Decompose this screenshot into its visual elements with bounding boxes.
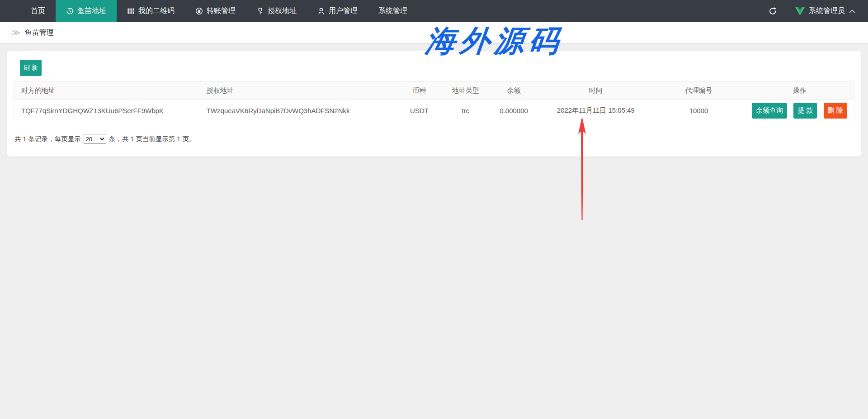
col-header-agent-no: 代理编号 [652,82,745,100]
nav-item-transfer-mgmt[interactable]: 转账管理 [185,0,246,22]
cell-agent-no: 10000 [652,100,745,122]
reload-icon[interactable] [769,7,777,15]
history-icon [66,7,74,15]
yen-circle-icon [195,7,203,15]
col-header-auth-address: 授权地址 [203,82,396,100]
nav-item-label: 转账管理 [207,6,236,16]
pagination: 共 1 条记录，每页显示 20 条，共 1 页当前显示第 1 页。 [14,134,854,144]
col-header-address-type: 地址类型 [443,82,489,100]
col-header-currency: 币种 [396,82,442,100]
cell-balance: 0.000000 [489,100,539,122]
nav-item-label: 授权地址 [268,6,297,16]
delete-button[interactable]: 删 除 [824,103,847,119]
nav-item-label: 我的二维码 [138,6,175,16]
chevron-up-icon [849,10,855,13]
nav-item-home[interactable]: 首页 [20,0,56,22]
nav-item-system-mgmt[interactable]: 系统管理 [368,0,418,22]
cell-actions: 余额查询 提 款 删 除 [745,100,854,122]
cell-time: 2022年11月11日 15:05:49 [539,100,652,122]
nav-item-my-qrcode[interactable]: 我的二维码 [117,0,185,22]
breadcrumb: ≫ 鱼苗管理 [0,22,868,43]
col-header-peer-address: 对方的地址 [14,82,203,100]
page-content: 刷 新 对方的地址 授权地址 币种 地址类型 余额 时间 代理编号 操作 [0,43,868,164]
content-card: 刷 新 对方的地址 授权地址 币种 地址类型 余额 时间 代理编号 操作 [7,51,861,157]
col-header-time: 时间 [539,82,652,100]
user-name: 系统管理员 [809,6,845,16]
pagination-suffix: 条，共 1 页当前显示第 1 页。 [109,135,196,143]
table-row: TQF77qSirnYDGHQWZ13KUu6PSerFF9WbpK TWzqu… [14,100,854,122]
nav-item-auth-address[interactable]: 授权地址 [246,0,307,22]
pagination-prefix: 共 1 条记录，每页显示 [14,135,81,143]
nav-item-user-mgmt[interactable]: 用户管理 [307,0,368,22]
navbar-right: 系统管理员 [769,0,868,22]
cell-auth-address: TWzqueaVK6RyDaNpiB7DvWQ3hADFSN2Nkk [203,100,396,122]
cell-currency: USDT [396,100,442,122]
refresh-button[interactable]: 刷 新 [20,60,42,76]
withdraw-button[interactable]: 提 款 [793,103,817,119]
vue-logo-icon [795,7,805,15]
nav-item-fry-address[interactable]: 鱼苗地址 [56,0,117,22]
cell-address-type: trc [443,100,489,122]
user-icon [317,7,325,15]
nav-item-label: 用户管理 [329,6,358,16]
col-header-actions: 操作 [745,82,854,100]
breadcrumb-title: 鱼苗管理 [25,28,54,38]
page-size-select[interactable]: 20 [84,134,106,144]
top-navbar: 首页 鱼苗地址 我的二维码 [0,0,868,22]
user-menu[interactable]: 系统管理员 [795,6,855,16]
fry-address-table: 对方的地址 授权地址 币种 地址类型 余额 时间 代理编号 操作 TQF77qS… [14,81,854,122]
nav-item-label: 系统管理 [378,6,407,16]
balance-query-button[interactable]: 余额查询 [752,103,787,119]
qrcode-icon [127,7,135,15]
nav-item-label: 首页 [31,6,45,16]
cell-peer-address: TQF77qSirnYDGHQWZ13KUu6PSerFF9WbpK [14,100,203,122]
double-chevron-icon: ≫ [12,29,20,37]
table-header-row: 对方的地址 授权地址 币种 地址类型 余额 时间 代理编号 操作 [14,82,854,100]
col-header-balance: 余额 [489,82,539,100]
key-icon [256,7,264,15]
nav-item-label: 鱼苗地址 [77,6,106,16]
